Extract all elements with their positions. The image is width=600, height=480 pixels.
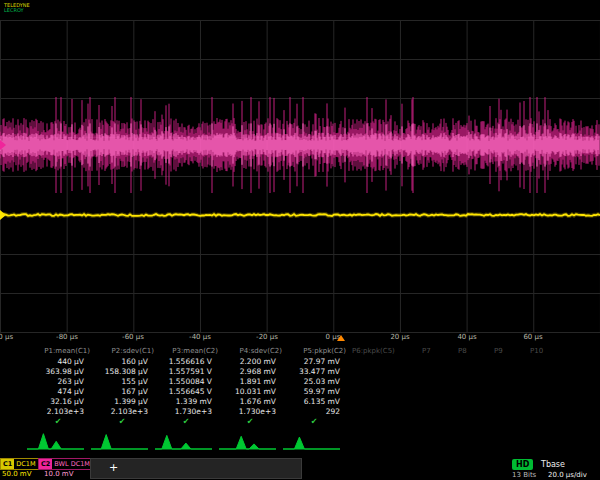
param-header-p2[interactable]: P2:sdev(C1) bbox=[90, 347, 154, 355]
param-header-p10[interactable]: P10 bbox=[524, 347, 560, 355]
measure-value: 292 bbox=[282, 407, 346, 416]
cursor-cross-icon[interactable]: + bbox=[109, 462, 118, 473]
channel-c1-tag: C1 bbox=[1, 459, 14, 469]
measure-value: 160 µV bbox=[90, 357, 154, 366]
measure-header-row: P1:mean(C1) P2:sdev(C1) P3:mean(C2) P4:s… bbox=[0, 345, 600, 356]
time-label: 40 µs bbox=[457, 333, 476, 341]
measure-row-sdev: 32.16 µV 1.399 µV 1.339 mV 1.676 mV 6.13… bbox=[0, 396, 600, 406]
histicon-p4[interactable] bbox=[218, 429, 278, 451]
measure-value: 1.891 mV bbox=[218, 377, 282, 386]
param-header-p6[interactable]: P6:pkpk(C5) bbox=[346, 347, 416, 355]
measure-value: 1.730e+3 bbox=[154, 407, 218, 416]
histicon-p2[interactable] bbox=[90, 429, 150, 451]
time-label: -20 µs bbox=[256, 333, 278, 341]
measure-value: 363.98 µV bbox=[26, 367, 90, 376]
oscilloscope-screen: TELEDYNE LECROY -100 µs -80 µs -60 µs -4… bbox=[0, 0, 600, 480]
status-check-icon: ✔ bbox=[26, 417, 90, 426]
time-label: -60 µs bbox=[122, 333, 144, 341]
measure-value: 1.557591 V bbox=[154, 367, 218, 376]
channel-c2-vdiv: 10.0 mV bbox=[44, 470, 73, 478]
measure-value: 155 µV bbox=[90, 377, 154, 386]
histicon-p3[interactable] bbox=[154, 429, 214, 451]
param-header-p4[interactable]: P4:sdev(C2) bbox=[218, 347, 282, 355]
measure-row-status: ✔ ✔ ✔ ✔ ✔ bbox=[0, 416, 600, 426]
channel-c1-vdiv: 50.0 mV bbox=[2, 470, 31, 478]
measure-value: 1.556645 V bbox=[154, 387, 218, 396]
param-header-p3[interactable]: P3:mean(C2) bbox=[154, 347, 218, 355]
param-header-p8[interactable]: P8 bbox=[452, 347, 488, 355]
timebase-descriptor[interactable]: Tbase bbox=[541, 460, 565, 469]
measure-value: 440 µV bbox=[26, 357, 90, 366]
measure-row-min: 263 µV 155 µV 1.550084 V 1.891 mV 25.03 … bbox=[0, 376, 600, 386]
param-header-p9[interactable]: P9 bbox=[488, 347, 524, 355]
time-axis: -100 µs -80 µs -60 µs -40 µs -20 µs 0 µs… bbox=[0, 333, 600, 345]
histicon-p5[interactable] bbox=[282, 429, 342, 451]
measure-value: 10.031 mV bbox=[218, 387, 282, 396]
channel-c2-tag: C2 bbox=[39, 459, 52, 469]
adc-bits-label: 13 Bits bbox=[512, 471, 536, 479]
channel-c2-descriptor[interactable]: C2 BWL DC1M bbox=[38, 458, 93, 470]
status-check-icon: ✔ bbox=[282, 417, 346, 426]
measure-value: 263 µV bbox=[26, 377, 90, 386]
measure-value: 33.477 mV bbox=[282, 367, 346, 376]
measure-value: 1.676 mV bbox=[218, 397, 282, 406]
brand-logo: TELEDYNE LECROY bbox=[4, 3, 30, 13]
measure-value: 2.968 mV bbox=[218, 367, 282, 376]
channel-c1-descriptor[interactable]: C1 DC1M bbox=[0, 458, 39, 470]
waveform-grid[interactable] bbox=[0, 20, 600, 333]
param-header-p5[interactable]: P5:pkpk(C2) bbox=[282, 347, 346, 355]
measure-value: 59.97 mV bbox=[282, 387, 346, 396]
measure-value: 1.556616 V bbox=[154, 357, 218, 366]
measure-value: 158.308 µV bbox=[90, 367, 154, 376]
measure-value: 167 µV bbox=[90, 387, 154, 396]
channel-c1-coupling: DC1M bbox=[14, 460, 37, 468]
histicon-p1[interactable] bbox=[26, 429, 86, 451]
measure-value: 1.339 mV bbox=[154, 397, 218, 406]
param-header-p1[interactable]: P1:mean(C1) bbox=[26, 347, 90, 355]
status-bar: C1 DC1M C2 BWL DC1M 50.0 mV 10.0 mV + HD… bbox=[0, 457, 600, 480]
logo-line-2: LECROY bbox=[4, 8, 30, 13]
hd-badge[interactable]: HD bbox=[512, 459, 533, 470]
status-check-icon: ✔ bbox=[90, 417, 154, 426]
waveform-traces bbox=[0, 20, 600, 332]
status-check-icon: ✔ bbox=[218, 417, 282, 426]
measure-value: 1.399 µV bbox=[90, 397, 154, 406]
measure-value: 32.16 µV bbox=[26, 397, 90, 406]
measure-value: 2.103e+3 bbox=[26, 407, 90, 416]
histicon-row bbox=[0, 429, 600, 453]
trigger-position-marker-icon[interactable] bbox=[337, 335, 345, 341]
timebase-value: 20.0 µs/div bbox=[548, 471, 587, 479]
param-header-p7[interactable]: P7 bbox=[416, 347, 452, 355]
measure-value: 474 µV bbox=[26, 387, 90, 396]
measure-value: 2.103e+3 bbox=[90, 407, 154, 416]
measure-value: 25.03 mV bbox=[282, 377, 346, 386]
measure-row-num: 2.103e+3 2.103e+3 1.730e+3 1.730e+3 292 bbox=[0, 406, 600, 416]
measure-row-max: 474 µV 167 µV 1.556645 V 10.031 mV 59.97… bbox=[0, 386, 600, 396]
channel-c2-coupling: BWL DC1M bbox=[52, 460, 92, 468]
time-label: -80 µs bbox=[56, 333, 78, 341]
measure-value: 1.730e+3 bbox=[218, 407, 282, 416]
measure-value: 27.97 mV bbox=[282, 357, 346, 366]
measure-row-value: 440 µV 160 µV 1.556616 V 2.200 mV 27.97 … bbox=[0, 356, 600, 366]
measure-value: 6.135 mV bbox=[282, 397, 346, 406]
measure-row-mean: 363.98 µV 158.308 µV 1.557591 V 2.968 mV… bbox=[0, 366, 600, 376]
status-check-icon: ✔ bbox=[154, 417, 218, 426]
dialog-strip[interactable]: + bbox=[90, 458, 302, 479]
time-label: 20 µs bbox=[390, 333, 409, 341]
measure-value: 2.200 mV bbox=[218, 357, 282, 366]
time-label: -40 µs bbox=[189, 333, 211, 341]
measure-table: P1:mean(C1) P2:sdev(C1) P3:mean(C2) P4:s… bbox=[0, 345, 600, 426]
time-label: 60 µs bbox=[523, 333, 542, 341]
time-label: -100 µs bbox=[0, 333, 13, 341]
measure-value: 1.550084 V bbox=[154, 377, 218, 386]
